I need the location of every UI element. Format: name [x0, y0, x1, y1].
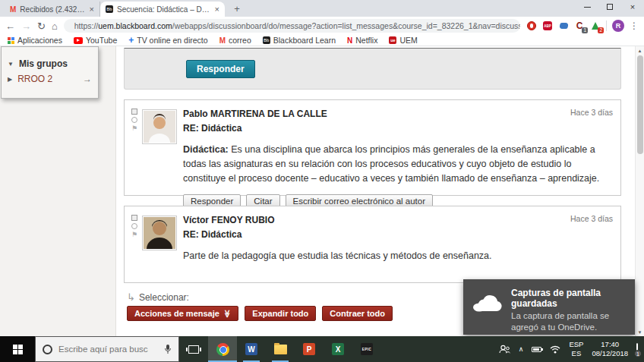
bookmark-apps[interactable]: Aplicaciones — [8, 36, 62, 45]
taskbar-epic[interactable]: EPIC — [352, 336, 381, 362]
home-icon[interactable]: ⌂ — [52, 20, 58, 32]
extension-icons: ABP C 1 2 R ⋮ — [526, 20, 639, 32]
taskbar-explorer[interactable] — [266, 336, 295, 362]
close-window-button[interactable]: × — [621, 0, 644, 14]
notification-badge: 1 — [634, 350, 642, 357]
toast-title: Capturas de pantalla guardadas — [511, 288, 627, 309]
reply-button[interactable]: Responder — [186, 60, 255, 78]
clock[interactable]: 17:40 08/12/2018 — [592, 340, 628, 358]
extension-badge: 2 — [598, 27, 604, 33]
bookmark-youtube[interactable]: YouTube — [74, 36, 117, 45]
extension-badge: 1 — [582, 27, 588, 33]
start-button[interactable] — [0, 336, 35, 362]
tree-extension-icon[interactable]: 2 — [590, 20, 601, 31]
people-icon[interactable] — [499, 345, 510, 354]
post-author: Víctor FENOY RUBIO — [183, 215, 613, 225]
back-icon[interactable]: ← — [5, 20, 15, 32]
bookmark-netflix[interactable]: N Netflix — [347, 36, 377, 45]
abp-extension-icon[interactable]: ABP — [542, 20, 553, 31]
cortana-icon — [43, 345, 52, 354]
thread-reply-panel: Responder — [124, 48, 621, 90]
expand-all-button[interactable]: Expandir todo — [245, 306, 316, 321]
uem-icon: ue — [389, 36, 396, 44]
avatar-photo-pablo — [144, 111, 175, 143]
close-tab-icon[interactable]: × — [215, 5, 219, 14]
tab-strip: M Recibidos (2.432) - rpanizoa@g… × Bb S… — [0, 0, 644, 17]
select-post-checkbox[interactable] — [131, 215, 137, 221]
maximize-button[interactable] — [598, 0, 621, 14]
wifi-icon[interactable] — [550, 345, 560, 354]
collapse-all-button[interactable]: Contraer todo — [322, 306, 393, 321]
tab-blackboard[interactable]: Bb Secuencia: Didáctica – Didáctica × — [100, 2, 225, 17]
c-extension-icon[interactable]: C 1 — [574, 20, 585, 31]
search-input[interactable] — [58, 345, 148, 354]
read-indicator-icon — [131, 223, 137, 229]
youtube-icon — [74, 37, 83, 44]
message-actions-button[interactable]: Acciones de mensaje ≫ — [127, 306, 238, 321]
battery-icon[interactable] — [532, 347, 541, 352]
taskbar-word[interactable]: W — [237, 336, 266, 362]
blue-extension-icon[interactable] — [558, 20, 569, 31]
taskbar-chrome[interactable] — [208, 336, 237, 362]
post-content: Víctor FENOY RUBIO RE: Didáctica Parte d… — [183, 214, 613, 275]
hidden-icons-chevron[interactable]: ∧ — [519, 345, 524, 353]
bookmark-blackboard[interactable]: Bb Blackboard Learn — [263, 36, 336, 45]
branch-arrow-icon: ↳ — [127, 291, 135, 303]
chevron-double-down-icon: ≫ — [223, 310, 232, 317]
scrollbar[interactable]: ▲ ▼ — [635, 46, 644, 336]
onedrive-notification-toast[interactable]: Capturas de pantalla guardadas La captur… — [463, 279, 635, 335]
task-view-button[interactable] — [179, 336, 208, 362]
apps-grid-icon — [8, 37, 14, 44]
post-body: Parte de la pedagogía que estudia las té… — [183, 249, 613, 263]
forward-icon[interactable]: → — [21, 20, 31, 32]
flag-icon[interactable]: ⚑ — [131, 231, 137, 238]
flag-icon[interactable]: ⚑ — [131, 125, 137, 132]
task-view-icon — [188, 345, 199, 354]
action-center[interactable]: 1 — [636, 344, 638, 354]
blackboard-icon: Bb — [263, 36, 270, 44]
select-post-checkbox[interactable] — [131, 109, 137, 115]
post-card: ⚑ Pablo MARTIRENA DE LA CALLE RE: Didáct… — [124, 99, 621, 196]
sidebar-item-rroo2[interactable]: ▶ RROO 2 → — [2, 71, 98, 87]
taskbar-search[interactable] — [35, 336, 179, 362]
bookmark-correo[interactable]: M correo — [219, 36, 251, 45]
open-arrow-icon[interactable]: → — [83, 74, 92, 84]
scrollbar-thumb[interactable] — [637, 55, 643, 154]
chevron-right-icon: ▶ — [8, 76, 12, 83]
menu-group-header[interactable]: ▼ Mis grupos — [2, 56, 98, 71]
onedrive-cloud-icon — [472, 293, 503, 313]
adblock-hand-extension-icon[interactable] — [526, 20, 537, 31]
post-mark-column: ⚑ — [128, 214, 140, 275]
reload-icon[interactable]: ↻ — [37, 20, 46, 32]
microphone-icon[interactable] — [164, 344, 172, 354]
bookmarks-bar: Aplicaciones YouTube + TV online en dire… — [0, 35, 644, 46]
window-controls: × — [576, 0, 644, 14]
plus-icon: + — [128, 35, 134, 46]
taskbar: W P X EPIC ∧ ESP ES 17:40 08/12/2018 1 — [0, 336, 644, 362]
keyboard-language[interactable]: ESP ES — [569, 340, 583, 358]
course-menu-column: ▼ Mis grupos ▶ RROO 2 → — [0, 46, 116, 336]
scroll-down-icon[interactable]: ▼ — [636, 328, 644, 336]
tab-title: Secuencia: Didáctica – Didáctica — [117, 5, 211, 14]
select-label: Seleccionar: — [139, 292, 189, 303]
bookmark-uem[interactable]: ue UEM — [389, 36, 417, 45]
course-menu-panel: ▼ Mis grupos ▶ RROO 2 → — [1, 46, 99, 99]
profile-avatar[interactable]: R — [612, 20, 624, 32]
scroll-up-icon[interactable]: ▲ — [636, 46, 644, 55]
chrome-icon — [216, 343, 229, 356]
tab-gmail[interactable]: M Recibidos (2.432) - rpanizoa@g… × — [5, 2, 100, 17]
post-subject: RE: Didáctica — [183, 123, 613, 134]
post-author: Pablo MARTIRENA DE LA CALLE — [183, 109, 613, 119]
system-tray: ∧ ESP ES 17:40 08/12/2018 1 — [499, 336, 644, 362]
file-explorer-icon — [274, 345, 287, 354]
bookmark-tv-online[interactable]: + TV online en directo — [128, 35, 207, 46]
address-bar[interactable]: https://uem.blackboard.com/webapps/discu… — [64, 19, 520, 33]
browser-menu-icon[interactable]: ⋮ — [630, 20, 639, 31]
taskbar-excel[interactable]: X — [324, 336, 352, 362]
close-tab-icon[interactable]: × — [90, 5, 94, 14]
toast-body: La captura de pantalla se agregó a tu On… — [511, 310, 627, 333]
taskbar-powerpoint[interactable]: P — [295, 336, 324, 362]
read-indicator-icon — [131, 117, 137, 123]
minimize-button[interactable] — [576, 0, 598, 14]
new-tab-button[interactable]: + — [231, 3, 243, 14]
